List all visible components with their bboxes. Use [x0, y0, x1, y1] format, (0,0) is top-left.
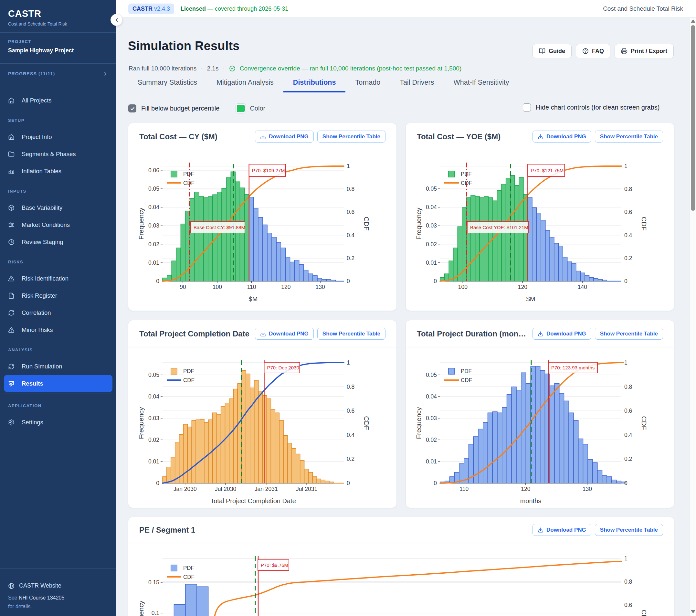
svg-text:Jan 2031: Jan 2031	[255, 486, 278, 492]
svg-text:0.02: 0.02	[426, 437, 437, 443]
svg-text:0.01: 0.01	[426, 259, 437, 266]
svg-text:CDF: CDF	[640, 217, 648, 231]
svg-text:140: 140	[578, 284, 587, 290]
svg-text:1: 1	[347, 359, 350, 366]
svg-text:CDF: CDF	[640, 610, 648, 616]
svg-text:months: months	[520, 497, 541, 505]
svg-text:120: 120	[521, 486, 530, 492]
svg-text:0: 0	[624, 278, 628, 284]
svg-text:0.01: 0.01	[148, 259, 159, 266]
svg-text:0.8: 0.8	[624, 579, 632, 585]
svg-text:Jan 2030: Jan 2030	[174, 486, 197, 492]
svg-text:0.8: 0.8	[624, 186, 632, 192]
svg-text:Base Cost CY: $91.88M: Base Cost CY: $91.88M	[193, 225, 245, 230]
svg-text:0.03: 0.03	[426, 415, 437, 422]
svg-text:PDF: PDF	[183, 171, 194, 177]
svg-text:0.02: 0.02	[148, 437, 159, 443]
svg-text:Frequency: Frequency	[415, 207, 422, 240]
svg-text:P70: $9.76M: P70: $9.76M	[261, 562, 288, 568]
svg-text:90: 90	[180, 284, 186, 290]
svg-text:Frequency: Frequency	[137, 407, 145, 439]
svg-text:0.8: 0.8	[347, 186, 354, 192]
svg-text:1: 1	[624, 163, 628, 169]
svg-text:PDF: PDF	[183, 368, 194, 374]
svg-text:0.06: 0.06	[148, 167, 159, 174]
svg-text:0.04: 0.04	[426, 393, 437, 400]
svg-text:0.03: 0.03	[148, 415, 159, 422]
svg-text:0.2: 0.2	[624, 255, 632, 262]
svg-text:Jul 2030: Jul 2030	[215, 486, 236, 492]
svg-text:0.01: 0.01	[426, 458, 437, 465]
svg-text:Frequency: Frequency	[137, 207, 145, 240]
svg-text:0.8: 0.8	[347, 384, 354, 390]
svg-text:130: 130	[316, 284, 325, 290]
svg-text:0: 0	[624, 480, 628, 486]
svg-text:Base Cost YOE: $101.21M: Base Cost YOE: $101.21M	[470, 225, 528, 230]
svg-text:0.4: 0.4	[624, 232, 632, 238]
svg-text:0.8: 0.8	[624, 384, 632, 390]
svg-text:110: 110	[459, 486, 469, 492]
svg-text:CDF: CDF	[461, 377, 472, 383]
svg-text:1: 1	[624, 555, 628, 562]
svg-text:100: 100	[212, 284, 222, 290]
svg-text:CDF: CDF	[640, 416, 648, 430]
svg-text:0: 0	[156, 278, 159, 284]
svg-text:P70: Dec 2030: P70: Dec 2030	[267, 365, 299, 370]
svg-text:0.2: 0.2	[347, 255, 354, 262]
svg-text:0.03: 0.03	[148, 222, 159, 229]
svg-text:0.04: 0.04	[426, 204, 437, 210]
svg-text:0.05: 0.05	[426, 186, 437, 192]
svg-text:0.6: 0.6	[347, 408, 354, 414]
svg-text:0.02: 0.02	[148, 241, 159, 248]
svg-text:0.6: 0.6	[347, 209, 354, 215]
svg-text:0.1: 0.1	[152, 610, 159, 616]
svg-text:0.15: 0.15	[148, 579, 159, 586]
svg-text:0: 0	[347, 278, 350, 284]
svg-text:0.04: 0.04	[148, 204, 159, 210]
svg-text:1: 1	[347, 163, 350, 169]
svg-text:0.2: 0.2	[347, 456, 354, 462]
svg-text:P70: 123.93 months: P70: 123.93 months	[551, 365, 595, 370]
svg-text:0.01: 0.01	[148, 458, 159, 465]
svg-text:0.05: 0.05	[148, 186, 159, 192]
svg-text:0.4: 0.4	[347, 232, 355, 238]
svg-text:CDF: CDF	[183, 574, 194, 580]
svg-text:0: 0	[433, 278, 437, 284]
svg-text:0.04: 0.04	[148, 393, 159, 400]
svg-text:0.05: 0.05	[426, 372, 437, 378]
svg-text:100: 100	[458, 284, 468, 290]
svg-text:120: 120	[518, 284, 527, 290]
svg-text:0: 0	[156, 480, 159, 486]
svg-text:0.03: 0.03	[426, 222, 437, 229]
svg-text:0: 0	[433, 480, 437, 486]
svg-text:130: 130	[583, 486, 592, 492]
svg-text:PDF: PDF	[461, 171, 472, 177]
svg-text:0.2: 0.2	[624, 456, 632, 462]
svg-text:CDF: CDF	[363, 217, 370, 231]
svg-text:Frequency: Frequency	[415, 407, 422, 439]
svg-text:0.4: 0.4	[624, 432, 632, 438]
svg-text:Total Project Completion Date: Total Project Completion Date	[210, 497, 296, 505]
svg-text:0.6: 0.6	[624, 408, 632, 414]
svg-text:CDF: CDF	[461, 180, 472, 186]
svg-text:110: 110	[247, 284, 256, 290]
svg-text:PDF: PDF	[461, 368, 472, 374]
svg-text:0.05: 0.05	[148, 372, 159, 378]
svg-text:CDF: CDF	[363, 416, 370, 430]
svg-text:CDF: CDF	[183, 377, 194, 383]
svg-text:0.6: 0.6	[624, 209, 632, 215]
svg-text:120: 120	[281, 284, 290, 290]
svg-text:$M: $M	[526, 295, 535, 302]
svg-text:$M: $M	[249, 295, 258, 302]
svg-text:CDF: CDF	[183, 180, 194, 186]
svg-text:P70: $109.27M: P70: $109.27M	[252, 168, 285, 173]
svg-text:PDF: PDF	[183, 565, 194, 571]
svg-text:Frequency: Frequency	[137, 600, 145, 616]
svg-text:0.4: 0.4	[347, 432, 355, 438]
svg-text:0.02: 0.02	[426, 241, 437, 248]
svg-text:0: 0	[347, 480, 350, 486]
svg-text:1: 1	[624, 359, 628, 366]
svg-text:P70: $121.75M: P70: $121.75M	[531, 168, 564, 173]
svg-text:0.6: 0.6	[624, 602, 632, 608]
svg-text:Jul 2031: Jul 2031	[296, 486, 317, 492]
